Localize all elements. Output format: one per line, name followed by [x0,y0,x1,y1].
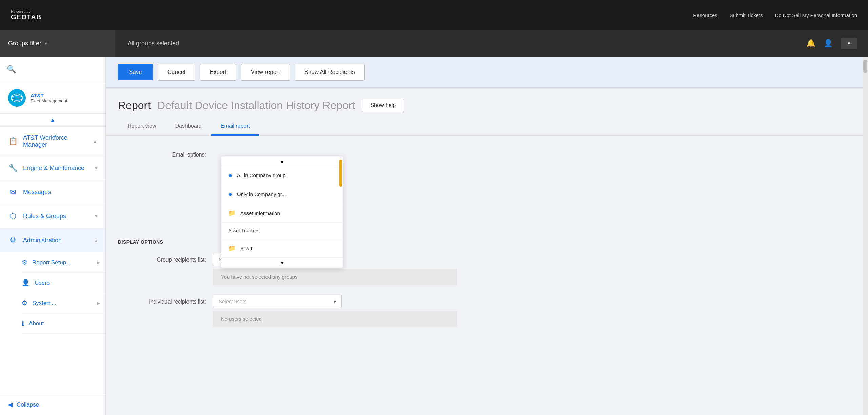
att-brand-text: AT&T Fleet Management [31,92,67,103]
tab-dashboard[interactable]: Dashboard [165,118,211,136]
sidebar-item-messages[interactable]: ✉ Messages [0,180,105,204]
form-area: Email options: ▲ ● All in Company group [106,136,863,415]
user-menu-button[interactable]: ▾ [841,38,857,49]
att-sub: Fleet Management [31,98,67,103]
individual-recipients-label: Individual recipients list: [118,295,206,305]
att-logo [8,89,26,107]
report-setup-chevron: ▶ [97,260,100,265]
email-options-row: Email options: ▲ ● All in Company group [118,148,850,158]
sidebar-sub-items: ⚙ Report Setup... ▶ 👤 Users ⚙ System... … [0,252,105,334]
show-help-button[interactable]: Show help [362,99,404,112]
user-select-chevron: ▾ [334,299,336,304]
dropdown-scroll-thumb [339,160,342,187]
rules-groups-chevron: ▾ [95,213,97,219]
dropdown-item-all-company[interactable]: ● All in Company group [221,166,343,185]
dropdown-scroll-down-icon: ▾ [281,260,283,266]
dropdown-scroll-up[interactable]: ▲ [221,156,343,166]
all-groups-selected-label: All groups selected [115,40,191,47]
powered-by-text: Powered by [11,9,41,13]
dropdown-group-asset-trackers: Asset Trackers [221,223,343,239]
administration-icon: ⚙ [8,236,18,245]
sidebar-scroll-up[interactable]: ▲ [0,114,105,127]
sidebar-sub-users[interactable]: 👤 Users [22,273,105,293]
sidebar-item-administration[interactable]: ⚙ Administration ▴ [0,228,105,252]
submit-tickets-link[interactable]: Submit Tickets [730,12,763,18]
report-setup-label: Report Setup... [32,259,71,266]
user-menu-chevron: ▾ [848,40,850,46]
sidebar-item-rules-groups[interactable]: ⬡ Rules & Groups ▾ [0,204,105,228]
individual-recipients-control: Select users ▾ No users selected [213,295,850,327]
no-users-message: No users selected [213,311,457,327]
email-options-label: Email options: [118,148,206,158]
sidebar-item-engine[interactable]: 🔧 Engine & Maintenance ▾ [0,156,105,180]
groups-filter-chevron: ▾ [45,41,47,46]
individual-recipients-select[interactable]: Select users ▾ [213,295,342,308]
resources-link[interactable]: Resources [693,12,717,18]
users-label: Users [35,279,50,286]
report-setup-icon: ⚙ [22,258,27,266]
groups-filter-label: Groups filter [8,40,41,47]
tab-email-report[interactable]: Email report [211,118,259,136]
att-workforce-chevron: ▲ [93,139,97,144]
sidebar-item-att-workforce[interactable]: 📋 AT&T Workforce Manager ▲ [0,127,105,156]
report-header: Report Default Device Installation Histo… [106,88,863,118]
about-icon: ℹ [22,319,24,327]
sidebar-item-engine-label: Engine & Maintenance [23,165,90,172]
tabs: Report view Dashboard Email report [106,118,863,136]
no-groups-message: You have not selected any groups [213,269,457,285]
system-icon: ⚙ [22,299,27,307]
dropdown-scroll-up-icon: ▲ [280,158,284,164]
toolbar: Save Cancel Export View report Show All … [106,57,863,88]
topbar-right: Resources Submit Tickets Do Not Sell My … [693,12,857,18]
sidebar-sub-system[interactable]: ⚙ System... ▶ [22,293,105,313]
main-layout: 🔍 AT&T Fleet Management ▲ 📋 [0,57,868,415]
sidebar-item-rules-groups-label: Rules & Groups [23,213,90,220]
engine-chevron: ▾ [95,165,97,171]
bell-icon[interactable]: 🔔 [806,39,815,48]
administration-chevron: ▴ [95,237,97,243]
topbar: Powered by GEOTAB Resources Submit Ticke… [0,0,868,30]
show-all-recipients-button[interactable]: Show All Recipients [295,64,365,81]
dropdown-item-asset-info-label: Asset Information [240,210,280,216]
do-not-sell-link[interactable]: Do Not Sell My Personal Information [775,12,857,18]
dropdown-item-att[interactable]: 📁 AT&T [221,239,343,258]
folder-icon: 📁 [228,209,236,217]
dropdown-scroll-down[interactable]: ▾ [221,258,343,268]
engine-icon: 🔧 [8,164,18,172]
export-button[interactable]: Export [200,64,236,81]
filterbar: Groups filter ▾ All groups selected 🔔 👤 … [0,30,868,57]
group-recipients-label: Group recipients list: [118,253,206,263]
sidebar-sub-about[interactable]: ℹ About [22,313,105,334]
topbar-icons: 🔔 👤 ▾ [806,38,868,49]
geotab-logo-text: GEOTAB [11,13,41,21]
collapse-button[interactable]: ◀ Collapse [0,394,105,415]
report-label: Report [118,99,151,112]
cancel-button[interactable]: Cancel [158,64,195,81]
sidebar-search[interactable]: 🔍 [0,57,105,82]
user-icon: 👤 [824,39,833,48]
att-workforce-icon: 📋 [8,137,18,146]
dropdown-item-asset-info[interactable]: 📁 Asset Information [221,204,343,223]
right-scroll-thumb [863,60,867,73]
tab-report-view[interactable]: Report view [118,118,165,136]
rules-groups-icon: ⬡ [8,212,18,221]
dropdown-item-only-company-label: Only in Company gr... [237,191,286,197]
sidebar-item-att-workforce-label: AT&T Workforce Manager [23,134,87,148]
att-logo-svg [11,91,23,104]
search-icon: 🔍 [7,65,16,74]
sidebar-item-administration-label: Administration [23,237,90,244]
dropdown-asset-trackers-label: Asset Trackers [228,228,260,233]
user-select-placeholder: Select users [219,298,331,304]
groups-filter-button[interactable]: Groups filter ▾ [0,30,115,57]
scroll-up-icon: ▲ [50,117,56,124]
dropdown-item-only-company[interactable]: ● Only in Company gr... [221,185,343,204]
radio-checked-icon-2: ● [228,190,232,198]
dropdown-item-all-company-label: All in Company group [237,172,285,178]
att-brand: AT&T Fleet Management [0,82,105,114]
right-scrollbar [863,57,868,415]
view-report-button[interactable]: View report [241,64,290,81]
sidebar-sub-report-setup[interactable]: ⚙ Report Setup... ▶ [22,252,105,273]
dropdown-item-att-label: AT&T [240,246,253,251]
geotab-logo: Powered by GEOTAB [11,9,41,21]
save-button[interactable]: Save [118,64,153,80]
